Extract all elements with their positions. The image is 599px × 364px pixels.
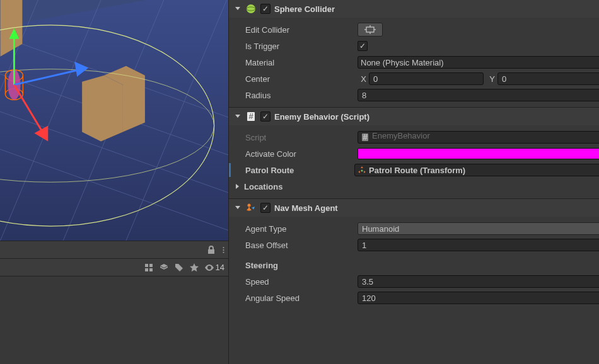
script-icon: # bbox=[245, 111, 257, 122]
component-header[interactable]: Sphere Collider ? bbox=[229, 0, 599, 18]
center-label: Center bbox=[234, 74, 358, 84]
scene-lower-toolbar-2: 14 bbox=[0, 259, 228, 276]
script-file-icon: # bbox=[361, 133, 369, 142]
speed-label: Speed bbox=[234, 277, 358, 287]
script-value: EnemyBehavior bbox=[372, 131, 599, 144]
component-title: Enemy Behavior (Script) bbox=[274, 112, 599, 122]
x-label: X bbox=[358, 74, 366, 84]
steering-heading: Steering bbox=[234, 261, 358, 270]
patrol-route-field[interactable]: Patrol Route (Transform) bbox=[354, 164, 599, 176]
foldout-toggle[interactable] bbox=[234, 113, 241, 120]
is-trigger-checkbox[interactable] bbox=[358, 41, 368, 51]
locations-foldout[interactable] bbox=[234, 183, 241, 190]
patrol-route-value: Patrol Route (Transform) bbox=[369, 166, 465, 175]
component-nav-mesh-agent: Nav Mesh Agent ? Agent Type Humanoid Bas… bbox=[229, 199, 599, 310]
center-y-input[interactable] bbox=[497, 72, 599, 85]
agent-type-value: Humanoid bbox=[362, 224, 399, 234]
angular-speed-input[interactable] bbox=[358, 292, 599, 304]
foldout-toggle[interactable] bbox=[234, 204, 241, 212]
foldout-toggle[interactable] bbox=[234, 5, 241, 13]
angular-speed-label: Angular Speed bbox=[234, 293, 358, 303]
speed-input[interactable] bbox=[358, 275, 599, 288]
patrol-route-label: Patrol Route bbox=[234, 166, 354, 175]
svg-point-25 bbox=[223, 247, 224, 248]
transform-icon bbox=[358, 166, 366, 174]
y-label: Y bbox=[486, 74, 495, 84]
locations-label: Locations bbox=[241, 182, 355, 191]
scene-lower-toolbar-1 bbox=[0, 241, 228, 259]
nav-agent-icon bbox=[245, 202, 257, 213]
base-offset-label: Base Offset bbox=[234, 241, 358, 250]
base-offset-input[interactable] bbox=[358, 239, 599, 251]
svg-text:#: # bbox=[363, 133, 368, 142]
activate-color-field[interactable] bbox=[358, 148, 599, 159]
svg-rect-28 bbox=[145, 264, 148, 267]
agent-type-dropdown[interactable]: Humanoid bbox=[358, 222, 599, 235]
override-indicator bbox=[229, 163, 231, 177]
svg-rect-39 bbox=[366, 27, 374, 32]
svg-point-57 bbox=[361, 170, 363, 172]
svg-point-27 bbox=[223, 251, 224, 253]
svg-marker-10 bbox=[82, 76, 123, 142]
lock-icon[interactable] bbox=[206, 245, 216, 255]
kebab-icon[interactable] bbox=[223, 245, 224, 255]
script-label: Script bbox=[234, 133, 358, 142]
svg-rect-29 bbox=[149, 264, 153, 267]
component-enabled-checkbox[interactable] bbox=[260, 203, 270, 213]
component-enabled-checkbox[interactable] bbox=[260, 111, 270, 122]
star-icon[interactable] bbox=[189, 263, 199, 273]
visible-count-value: 14 bbox=[216, 263, 224, 272]
svg-rect-31 bbox=[149, 268, 153, 271]
visible-count[interactable]: 14 bbox=[204, 263, 224, 273]
component-enabled-checkbox[interactable] bbox=[260, 4, 270, 14]
material-field[interactable]: None (Physic Material) bbox=[358, 56, 599, 69]
material-label: Material bbox=[234, 58, 358, 67]
layers-icon[interactable] bbox=[159, 263, 169, 273]
component-enemy-behavior: # Enemy Behavior (Script) ? Script # Ene… bbox=[229, 108, 599, 199]
component-header[interactable]: Nav Mesh Agent ? bbox=[229, 199, 599, 217]
activate-color-label: Activate Color bbox=[234, 149, 358, 159]
inspector-panel: Sphere Collider ? Edit Collider Is Trigg… bbox=[228, 0, 599, 364]
radius-input[interactable] bbox=[358, 89, 599, 101]
center-x-input[interactable] bbox=[369, 72, 484, 85]
scene-view[interactable] bbox=[0, 0, 228, 241]
svg-rect-30 bbox=[145, 268, 148, 271]
edit-collider-label: Edit Collider bbox=[234, 25, 358, 35]
lower-panel-content bbox=[0, 276, 228, 364]
material-value: None (Physic Material) bbox=[361, 58, 444, 67]
radius-label: Radius bbox=[234, 91, 358, 100]
svg-point-26 bbox=[223, 249, 224, 250]
svg-text:#: # bbox=[248, 111, 253, 121]
edit-collider-button[interactable] bbox=[358, 23, 383, 37]
hierarchy-type-icon[interactable] bbox=[144, 263, 154, 273]
script-field: # EnemyBehavior bbox=[358, 131, 599, 144]
is-trigger-label: Is Trigger bbox=[234, 42, 358, 51]
svg-point-60 bbox=[248, 204, 251, 207]
sphere-collider-icon bbox=[245, 3, 257, 14]
component-title: Sphere Collider bbox=[274, 4, 599, 14]
tag-icon[interactable] bbox=[174, 263, 184, 273]
visibility-icon bbox=[204, 263, 214, 273]
svg-point-32 bbox=[247, 4, 255, 13]
scene-panel: 14 bbox=[0, 0, 228, 364]
component-sphere-collider: Sphere Collider ? Edit Collider Is Trigg… bbox=[229, 0, 599, 108]
component-header[interactable]: # Enemy Behavior (Script) ? bbox=[229, 108, 599, 125]
component-title: Nav Mesh Agent bbox=[274, 203, 599, 213]
agent-type-label: Agent Type bbox=[234, 224, 358, 234]
